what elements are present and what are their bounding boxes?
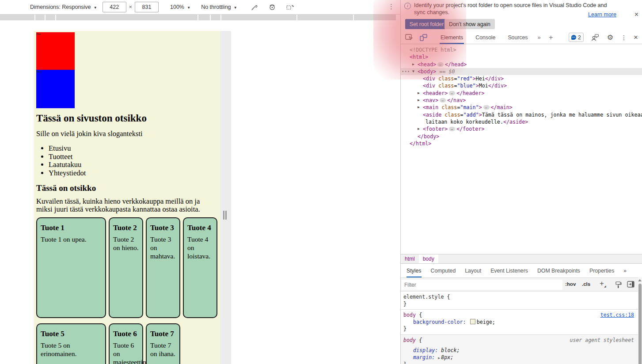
inspect-element-icon[interactable] bbox=[403, 32, 415, 43]
expand-arrow-icon[interactable]: ▶ bbox=[438, 356, 440, 360]
dom-tree-row[interactable]: <aside class="add">Tämä tässä on mainos,… bbox=[401, 111, 642, 118]
add-tab-icon[interactable]: + bbox=[549, 33, 553, 42]
css-rule[interactable]: user agent stylesheetbody {display: bloc… bbox=[401, 335, 638, 364]
media-query-segment[interactable] bbox=[297, 15, 353, 20]
close-icon[interactable]: × bbox=[634, 11, 638, 19]
scrollbar-thumb[interactable] bbox=[638, 284, 642, 364]
dom-tree-row[interactable]: ▶<nav>…</nav> bbox=[401, 97, 642, 104]
element-class-toggle[interactable]: .cls bbox=[582, 281, 590, 287]
media-query-segment[interactable] bbox=[0, 15, 34, 20]
paint-roller-icon[interactable] bbox=[615, 281, 622, 288]
collapsed-content-icon[interactable]: … bbox=[449, 91, 455, 95]
dom-tree-row[interactable]: •••▼<body> == $0 bbox=[401, 68, 642, 75]
media-query-segment[interactable] bbox=[211, 15, 220, 20]
css-selector: body bbox=[403, 312, 416, 318]
styles-tab-dom-breakpoints[interactable]: DOM Breakpoints bbox=[537, 264, 580, 277]
collapsed-content-icon[interactable]: … bbox=[440, 98, 446, 102]
code-token: </div> bbox=[488, 83, 507, 89]
tab-sources[interactable]: Sources bbox=[507, 31, 528, 44]
css-property[interactable]: background-color: beige; bbox=[403, 319, 634, 326]
throttling-select[interactable]: No throttling ▼ bbox=[201, 4, 237, 10]
product-card: Tuote 2Tuote 2 on hieno. bbox=[109, 217, 143, 318]
media-query-segment[interactable] bbox=[198, 15, 210, 20]
css-selector: element.style bbox=[403, 294, 444, 300]
expand-arrow-icon[interactable]: ▶ bbox=[418, 104, 420, 111]
nav-item: Tuotteet bbox=[49, 153, 217, 161]
tab-console[interactable]: Console bbox=[475, 31, 496, 44]
expand-arrow-icon[interactable]: ▶ bbox=[418, 125, 420, 133]
dom-tree-row[interactable]: <div class="red">Hei</div> bbox=[401, 75, 642, 82]
media-query-bar[interactable] bbox=[0, 15, 400, 20]
new-style-rule-button[interactable]: +◢ bbox=[600, 279, 604, 288]
breadcrumb-item-body[interactable]: body bbox=[419, 254, 438, 263]
media-query-segment[interactable] bbox=[46, 15, 55, 20]
device-toolbar-toggle-icon[interactable] bbox=[418, 32, 429, 43]
dom-tree-row[interactable]: laitaan koko korkeudelle.</aside> bbox=[401, 118, 642, 125]
media-query-segment[interactable] bbox=[35, 15, 45, 20]
dom-tree-row[interactable]: <html> bbox=[401, 53, 642, 61]
styles-filter-input[interactable] bbox=[402, 280, 562, 290]
css-rule[interactable]: test.css:18body {background-color: beige… bbox=[401, 310, 638, 335]
styles-tab-event-listeners[interactable]: Event Listeners bbox=[490, 264, 528, 277]
css-property[interactable]: margin: ▶8px; bbox=[403, 354, 634, 362]
css-property-value: 8px; bbox=[441, 354, 453, 360]
tab-elements[interactable]: Elements bbox=[440, 31, 464, 44]
viewport-resize-handle[interactable] bbox=[223, 211, 224, 220]
settings-gear-icon[interactable]: ⚙ bbox=[607, 33, 613, 42]
eyedropper-icon[interactable] bbox=[251, 3, 258, 11]
styles-tab-computed[interactable]: Computed bbox=[431, 264, 456, 277]
viewport-resize-handle[interactable] bbox=[225, 211, 227, 220]
device-toolbar-menu-icon[interactable]: ⋮ bbox=[388, 3, 395, 11]
dimensions-select[interactable]: Dimensions: Responsive ▼ bbox=[30, 4, 97, 10]
dom-tree-row[interactable]: <!DOCTYPE html> bbox=[401, 46, 642, 53]
expand-arrow-icon[interactable]: ▶ bbox=[418, 97, 420, 104]
dom-tree-row[interactable]: ▶<main class="main">…</main> bbox=[401, 104, 642, 111]
chevron-down-icon: ◢ bbox=[604, 284, 606, 288]
issues-counter[interactable]: ••• 2 bbox=[569, 33, 584, 42]
styles-tab-layout[interactable]: Layout bbox=[465, 264, 481, 277]
collapsed-content-icon[interactable]: … bbox=[437, 62, 444, 67]
devtools-menu-icon[interactable]: ⋮ bbox=[621, 34, 627, 41]
scrollbar-up-arrow[interactable] bbox=[638, 279, 642, 281]
color-swatch[interactable] bbox=[470, 319, 475, 324]
node-actions-icon[interactable]: ••• bbox=[402, 68, 410, 75]
styles-tab-styles[interactable]: Styles bbox=[406, 264, 422, 277]
css-rule[interactable]: element.style {} bbox=[401, 292, 638, 310]
pseudo-state-toggle[interactable]: :hov bbox=[565, 281, 576, 287]
site-title: Tässä on sivuston otsikko bbox=[36, 113, 217, 124]
collapsed-content-icon[interactable]: … bbox=[483, 105, 490, 110]
more-styles-tabs-icon[interactable]: » bbox=[623, 264, 627, 277]
media-query-eye-icon[interactable] bbox=[268, 3, 276, 11]
breadcrumb-item-html[interactable]: html bbox=[401, 254, 419, 263]
expand-arrow-icon[interactable]: ▶ bbox=[418, 90, 420, 97]
rotate-device-icon[interactable] bbox=[286, 3, 295, 11]
viewport-width-input[interactable] bbox=[103, 2, 126, 12]
css-property[interactable]: display: block; bbox=[403, 347, 634, 354]
dom-tree-row[interactable]: <div class="blue">Moi</div> bbox=[401, 82, 642, 89]
set-root-folder-button[interactable]: Set root folder bbox=[405, 19, 448, 29]
dimension-separator: × bbox=[129, 4, 132, 10]
dom-tree-row[interactable]: </html> bbox=[401, 140, 642, 147]
collapsed-content-icon[interactable]: … bbox=[449, 127, 455, 131]
dom-tree-row[interactable]: ▶<footer>…</footer> bbox=[401, 125, 642, 133]
dont-show-again-button[interactable]: Don't show again bbox=[444, 19, 495, 29]
collapse-arrow-icon[interactable]: ▼ bbox=[412, 68, 414, 75]
dom-tree-row[interactable]: ▶<header>…</header> bbox=[401, 90, 642, 97]
expand-arrow-icon[interactable]: ▶ bbox=[412, 61, 414, 68]
rule-close-brace: } bbox=[403, 326, 634, 333]
more-tabs-icon[interactable]: » bbox=[538, 34, 541, 41]
media-query-segment[interactable] bbox=[221, 15, 296, 20]
zoom-select[interactable]: 100% ▼ bbox=[170, 4, 190, 10]
dom-tree-row[interactable]: </body> bbox=[401, 133, 642, 140]
dom-tree-row[interactable]: ▶<head>…</head> bbox=[401, 61, 642, 68]
code-token: class bbox=[435, 76, 454, 82]
computed-sidebar-toggle-icon[interactable] bbox=[627, 281, 634, 288]
media-query-segment[interactable] bbox=[354, 15, 396, 20]
feedback-icon[interactable] bbox=[591, 34, 599, 41]
stylesheet-link[interactable]: test.css:18 bbox=[600, 312, 634, 318]
learn-more-link[interactable]: Learn more bbox=[588, 11, 616, 18]
viewport-height-input[interactable] bbox=[135, 2, 159, 12]
media-query-segment[interactable] bbox=[56, 15, 198, 20]
devtools-close-icon[interactable]: × bbox=[634, 33, 638, 42]
styles-tab-properties[interactable]: Properties bbox=[589, 264, 614, 277]
